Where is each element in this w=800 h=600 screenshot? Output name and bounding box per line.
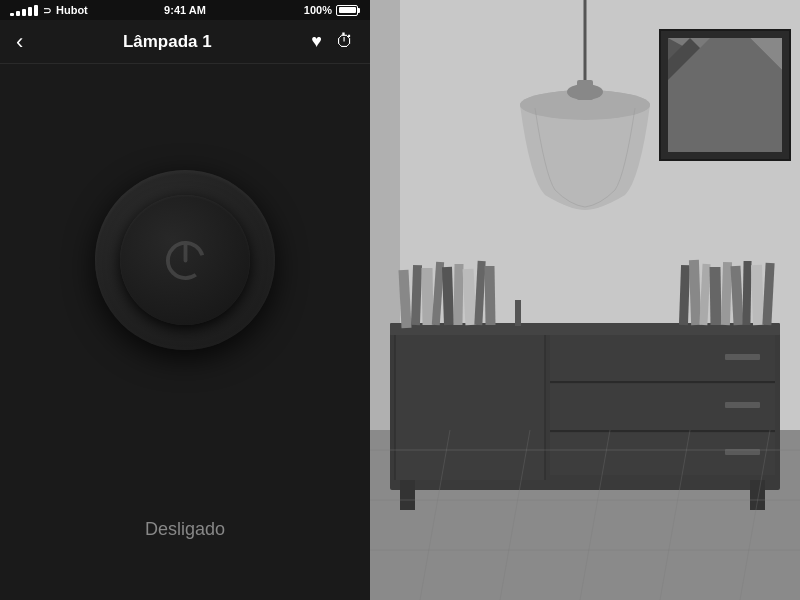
svg-rect-41 xyxy=(484,266,495,325)
svg-rect-48 xyxy=(742,261,751,325)
signal-dot-5 xyxy=(34,5,38,16)
power-button-inner xyxy=(120,195,250,325)
svg-rect-45 xyxy=(709,267,721,325)
power-button[interactable] xyxy=(95,170,275,350)
svg-rect-49 xyxy=(751,265,764,325)
left-panel: Desligado xyxy=(0,0,370,600)
room-illustration xyxy=(370,0,800,600)
status-right: 100% xyxy=(304,4,360,16)
svg-rect-20 xyxy=(395,335,545,480)
status-time: 9:41 AM xyxy=(164,4,206,16)
svg-rect-35 xyxy=(422,268,434,325)
svg-rect-32 xyxy=(750,480,765,510)
svg-rect-31 xyxy=(400,480,415,510)
page-title: Lâmpada 1 xyxy=(123,32,212,52)
status-bar: ⊃ Hubot 9:41 AM 100% xyxy=(0,0,370,20)
svg-rect-17 xyxy=(577,80,593,100)
signal-dot-2 xyxy=(16,11,20,16)
battery-icon xyxy=(336,5,360,16)
right-panel xyxy=(370,0,800,600)
signal-strength xyxy=(10,5,38,16)
wifi-icon: ⊃ xyxy=(43,5,51,16)
timer-icon[interactable]: ⏱ xyxy=(336,31,354,52)
signal-dot-1 xyxy=(10,13,14,16)
svg-rect-38 xyxy=(453,264,463,325)
power-icon xyxy=(158,233,213,288)
status-left: ⊃ Hubot xyxy=(10,4,88,16)
signal-dot-3 xyxy=(22,9,26,16)
svg-rect-28 xyxy=(725,354,760,360)
back-button[interactable]: ‹ xyxy=(16,29,23,55)
carrier-label: Hubot xyxy=(56,4,88,16)
battery-percentage: 100% xyxy=(304,4,332,16)
room-scene xyxy=(370,0,800,600)
power-status-label: Desligado xyxy=(145,519,225,540)
nav-actions: ♥ ⏱ xyxy=(311,31,354,52)
nav-bar: ‹ Lâmpada 1 ♥ ⏱ xyxy=(0,20,370,64)
svg-rect-51 xyxy=(515,300,521,326)
favorite-icon[interactable]: ♥ xyxy=(311,31,322,52)
svg-rect-29 xyxy=(725,402,760,408)
svg-rect-37 xyxy=(442,267,454,325)
signal-dot-4 xyxy=(28,7,32,16)
